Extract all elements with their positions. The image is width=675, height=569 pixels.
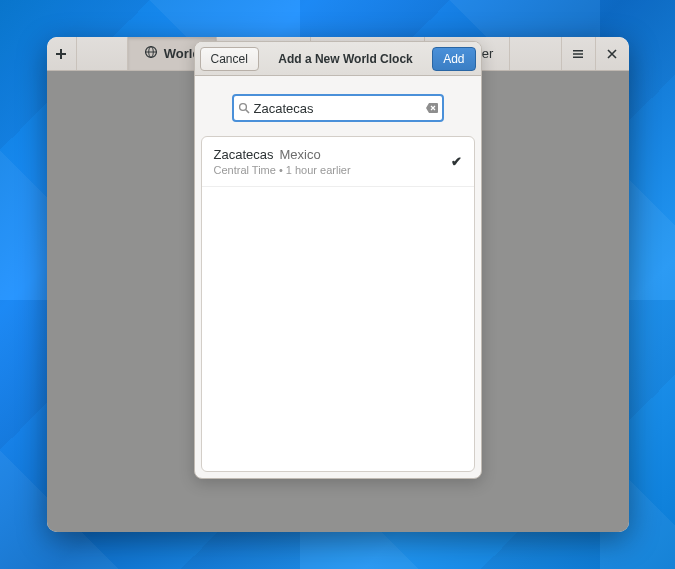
result-row[interactable]: ZacatecasMexico Central Time • 1 hour ea… [202, 137, 474, 187]
clear-search-button[interactable] [422, 102, 442, 114]
hamburger-icon [571, 47, 585, 61]
close-button[interactable] [595, 37, 629, 70]
result-primary: ZacatecasMexico [214, 147, 351, 162]
backspace-icon [425, 102, 439, 114]
plus-icon [54, 47, 68, 61]
globe-icon [144, 45, 158, 62]
dialog-header: Cancel Add a New World Clock Add [195, 42, 481, 76]
new-button[interactable] [47, 37, 77, 70]
svg-point-6 [239, 104, 246, 111]
result-detail: Central Time • 1 hour earlier [214, 164, 351, 176]
result-city: Zacatecas [214, 147, 274, 162]
close-icon [606, 48, 618, 60]
content-area: Cancel Add a New World Clock Add [47, 71, 629, 532]
search-results: ZacatecasMexico Central Time • 1 hour ea… [201, 136, 475, 472]
dialog-body [195, 76, 481, 136]
add-world-clock-dialog: Cancel Add a New World Clock Add [194, 41, 482, 479]
menu-button[interactable] [561, 37, 595, 70]
result-country: Mexico [279, 147, 320, 162]
add-button[interactable]: Add [432, 47, 475, 71]
city-search-input[interactable] [254, 101, 422, 116]
search-icon [234, 102, 254, 114]
app-window: World Alarms Stopwatch Timer [47, 37, 629, 532]
result-text: ZacatecasMexico Central Time • 1 hour ea… [214, 147, 351, 176]
search-field-wrap [232, 94, 444, 122]
selected-check-icon: ✔ [451, 154, 462, 169]
headerbar-right [561, 37, 629, 70]
cancel-button[interactable]: Cancel [200, 47, 259, 71]
svg-line-7 [245, 110, 248, 113]
dialog-title: Add a New World Clock [278, 52, 412, 66]
